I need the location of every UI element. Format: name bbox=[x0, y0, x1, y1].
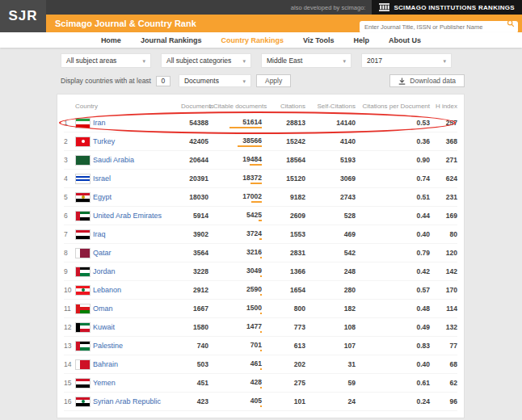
citable-number: 2590 bbox=[246, 285, 262, 293]
citable-number: 405 bbox=[250, 397, 262, 405]
header-country[interactable]: Country bbox=[64, 103, 181, 110]
rank-number: 5 bbox=[64, 193, 75, 201]
h-index-value: 96 bbox=[430, 397, 457, 405]
h-index-value: 624 bbox=[430, 174, 457, 183]
order-by-select[interactable]: Documents ▾ bbox=[179, 74, 251, 87]
country-ranking-table: Country Documents ↓Citable documents Cit… bbox=[57, 94, 465, 418]
rank-number: 3 bbox=[64, 156, 75, 164]
self-citations-value: 5193 bbox=[305, 156, 356, 164]
nav-home[interactable]: Home bbox=[101, 36, 121, 44]
self-citations-value: 542 bbox=[305, 249, 356, 257]
documents-value: 20391 bbox=[181, 174, 208, 183]
table-row: 10 Lebanon 2912 2590 1654 280 0.57 170 bbox=[64, 281, 457, 300]
country-link[interactable]: Lebanon bbox=[93, 286, 121, 294]
table-row: 16 Syrian Arab Republic 423 405 101 24 0… bbox=[64, 393, 457, 411]
citable-documents-value: 701 bbox=[208, 341, 262, 351]
apply-button[interactable]: Apply bbox=[256, 74, 291, 87]
region-select[interactable]: Middle East ▾ bbox=[261, 53, 352, 68]
citations-value: 1553 bbox=[262, 230, 305, 238]
rank-number: 10 bbox=[64, 286, 75, 294]
citable-number: 19484 bbox=[242, 155, 262, 163]
country-flag-icon bbox=[75, 192, 91, 203]
citations-value: 2609 bbox=[262, 212, 305, 220]
citations-per-document-value: 0.57 bbox=[356, 286, 430, 294]
header-h-index[interactable]: H index bbox=[430, 103, 457, 110]
nav-about-us[interactable]: About Us bbox=[389, 36, 421, 44]
min-documents-input[interactable] bbox=[156, 76, 170, 86]
citable-value-bar bbox=[250, 183, 262, 184]
nav-country-rankings[interactable]: Country Rankings bbox=[221, 36, 284, 44]
header-citations[interactable]: Citations bbox=[262, 103, 305, 110]
country-link[interactable]: Syrian Arab Republic bbox=[93, 397, 161, 405]
documents-value: 3564 bbox=[181, 249, 208, 257]
citations-per-document-value: 0.74 bbox=[356, 174, 430, 183]
country-link[interactable]: Palestine bbox=[93, 342, 123, 350]
subject-area-select[interactable]: All subject areas ▾ bbox=[61, 53, 151, 68]
citations-value: 202 bbox=[262, 360, 305, 368]
country-link[interactable]: Israel bbox=[93, 174, 111, 183]
journal-search-input[interactable] bbox=[360, 21, 518, 33]
country-link[interactable]: Oman bbox=[93, 304, 113, 313]
country-link[interactable]: Iraq bbox=[93, 230, 106, 238]
country-link[interactable]: Saudi Arabia bbox=[93, 156, 134, 164]
nav-journal-rankings[interactable]: Journal Rankings bbox=[141, 36, 202, 44]
country-link[interactable]: Iran bbox=[93, 119, 106, 127]
nav-help[interactable]: Help bbox=[354, 36, 370, 44]
h-index-value: 120 bbox=[430, 249, 457, 257]
country-link[interactable]: Yemen bbox=[93, 379, 116, 387]
self-citations-value: 248 bbox=[305, 267, 356, 275]
citable-value-bar bbox=[229, 127, 262, 128]
rank-number: 1 bbox=[64, 119, 75, 127]
citable-documents-value: 461 bbox=[208, 359, 262, 370]
chevron-down-icon: ▾ bbox=[242, 78, 246, 84]
citable-documents-value: 1477 bbox=[208, 322, 262, 333]
h-index-value: 170 bbox=[430, 286, 457, 294]
country-link[interactable]: Bahrain bbox=[93, 360, 118, 368]
h-index-value: 257 bbox=[430, 119, 457, 127]
year-select[interactable]: 2017 ▾ bbox=[361, 53, 452, 68]
country-flag-icon bbox=[75, 155, 91, 166]
citations-per-document-value: 0.36 bbox=[356, 137, 430, 145]
rank-number: 7 bbox=[64, 230, 75, 238]
subject-category-select[interactable]: All subject categories ▾ bbox=[161, 53, 251, 68]
citable-documents-value: 17002 bbox=[208, 192, 262, 203]
scimago-institutions-rankings-link[interactable]: SCIMAGO INSTITUTIONS RANKINGS bbox=[372, 0, 522, 15]
self-citations-value: 3069 bbox=[305, 174, 356, 183]
citable-number: 17002 bbox=[242, 192, 262, 200]
h-index-value: 132 bbox=[430, 323, 457, 331]
country-link[interactable]: Turkey bbox=[93, 137, 115, 145]
country-link[interactable]: Jordan bbox=[93, 267, 116, 275]
header-citations-per-document[interactable]: Citations per Document bbox=[356, 103, 430, 110]
citations-per-document-value: 0.48 bbox=[356, 304, 430, 313]
country-link[interactable]: United Arab Emirates bbox=[93, 212, 162, 220]
search-icon[interactable] bbox=[507, 19, 515, 27]
header-citable-documents[interactable]: ↓Citable documents bbox=[208, 103, 262, 110]
citable-value-bar bbox=[250, 164, 262, 166]
country-link[interactable]: Kuwait bbox=[93, 323, 115, 331]
nav-viz-tools[interactable]: Viz Tools bbox=[303, 36, 335, 44]
self-citations-value: 469 bbox=[305, 230, 356, 238]
citations-value: 9182 bbox=[262, 193, 305, 201]
citable-number: 1477 bbox=[246, 322, 262, 330]
country-link[interactable]: Qatar bbox=[93, 249, 112, 257]
sjr-logo[interactable]: SJR bbox=[0, 0, 46, 32]
citable-documents-value: 51614 bbox=[208, 118, 262, 128]
country-flag-icon bbox=[75, 359, 91, 370]
country-link[interactable]: Egypt bbox=[93, 193, 112, 201]
h-index-value: 231 bbox=[430, 193, 457, 201]
header-documents[interactable]: Documents bbox=[181, 103, 208, 110]
citable-number: 18372 bbox=[242, 174, 262, 182]
main-nav: Home Journal Rankings Country Rankings V… bbox=[0, 32, 522, 48]
citable-value-bar bbox=[251, 201, 262, 203]
region-value: Middle East bbox=[267, 57, 302, 65]
country-flag-icon bbox=[75, 118, 91, 128]
rank-number: 11 bbox=[64, 304, 75, 313]
h-index-value: 368 bbox=[430, 137, 457, 145]
header-self-citations[interactable]: Self-Citations bbox=[305, 103, 356, 110]
citable-documents-value: 5425 bbox=[208, 211, 262, 221]
download-data-button[interactable]: Download data bbox=[389, 74, 465, 87]
h-index-value: 271 bbox=[430, 156, 457, 164]
country-flag-icon bbox=[75, 341, 91, 351]
table-row: 15 Yemen 451 428 275 59 0.61 62 bbox=[64, 374, 457, 393]
h-index-value: 169 bbox=[430, 212, 457, 220]
